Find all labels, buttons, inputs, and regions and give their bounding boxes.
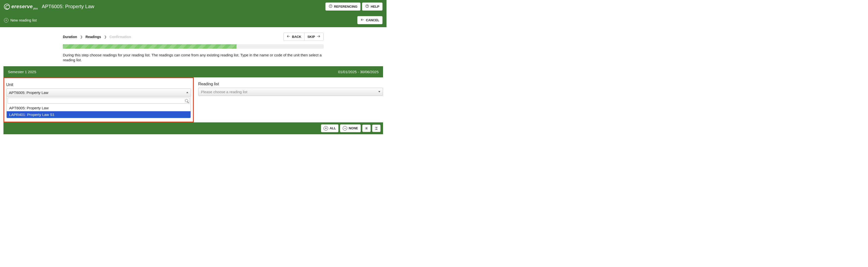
arrow-left-icon (286, 34, 290, 39)
expand-icon (374, 126, 378, 130)
info-icon (329, 4, 333, 9)
chevron-up-icon (186, 92, 188, 93)
chevron-right-icon: ❯ (80, 35, 83, 39)
help-icon (365, 4, 369, 9)
reading-list-placeholder: Please choose a reading list (201, 90, 247, 94)
sub-header: + New reading list CANCEL (0, 13, 386, 27)
footer-bar: + ALL − NONE (3, 122, 383, 134)
unit-dropdown-panel: APT6005: Property Law LAPR401: Property … (6, 97, 191, 118)
minus-icon: − (343, 126, 347, 131)
crumb-readings: Readings (86, 35, 101, 39)
select-all-button[interactable]: + ALL (321, 124, 339, 132)
form-area: Unit APT6005: Property Law APT6005: Prop… (0, 77, 386, 122)
progress-fill (63, 44, 237, 49)
back-button[interactable]: BACK (284, 33, 304, 40)
semester-name: Semester 1 2025 (8, 70, 36, 74)
semester-range: 01/01/2025 - 30/06/2025 (338, 70, 379, 74)
expand-all-button[interactable] (372, 125, 380, 132)
none-label: NONE (349, 126, 358, 130)
reading-list-field-container: Reading list Please choose a reading lis… (194, 77, 383, 122)
top-header: ereserve plus APT6005: Property Law REFE… (0, 0, 386, 13)
unit-search-input[interactable] (8, 98, 189, 104)
svg-point-2 (330, 5, 331, 5)
collapse-all-button[interactable] (362, 125, 371, 132)
all-label: ALL (330, 126, 336, 130)
progress-bar (63, 44, 323, 49)
wizard-buttons: BACK SKIP (283, 33, 323, 41)
referencing-button[interactable]: REFERENCING (326, 2, 361, 11)
plus-icon: + (323, 126, 328, 131)
unit-field-container: Unit APT6005: Property Law APT6005: Prop… (3, 77, 194, 122)
wizard-area: Duration ❯ Readings ❯ Confirmation BACK … (63, 27, 323, 66)
unit-label: Unit (6, 82, 191, 87)
plus-icon: + (4, 18, 8, 23)
skip-button[interactable]: SKIP (304, 33, 323, 40)
ereserve-logo: ereserve plus (4, 4, 39, 10)
crumb-confirmation: Confirmation (110, 35, 131, 39)
semester-bar: Semester 1 2025 01/01/2025 - 30/06/2025 (3, 66, 383, 77)
logo-swirl-icon (4, 4, 10, 10)
logo-plus: plus (33, 7, 38, 10)
header-left: ereserve plus APT6005: Property Law (4, 4, 94, 10)
page-title: APT6005: Property Law (42, 4, 94, 9)
chevron-right-icon: ❯ (104, 35, 106, 39)
breadcrumb: Duration ❯ Readings ❯ Confirmation (63, 35, 131, 39)
unit-option[interactable]: LAPR401: Property Law S1 (7, 111, 190, 118)
chevron-down-icon (378, 91, 380, 93)
header-right: REFERENCING HELP (326, 2, 382, 11)
help-button[interactable]: HELP (362, 2, 382, 11)
new-reading-list-breadcrumb[interactable]: + New reading list (4, 18, 37, 23)
arrow-left-icon (361, 18, 365, 23)
skip-label: SKIP (308, 35, 315, 39)
select-none-button[interactable]: − NONE (340, 124, 361, 132)
wizard-top: Duration ❯ Readings ❯ Confirmation BACK … (63, 33, 323, 44)
unit-select[interactable]: APT6005: Property Law (6, 89, 191, 97)
search-icon (185, 99, 188, 102)
wizard-instructions: During this step choose readings for you… (63, 49, 323, 63)
collapse-icon (365, 126, 368, 130)
cancel-label: CANCEL (366, 18, 379, 22)
reading-list-label: Reading list (198, 82, 383, 86)
help-label: HELP (371, 5, 379, 8)
arrow-right-icon (316, 34, 320, 39)
crumb-duration[interactable]: Duration (63, 35, 77, 39)
logo-text: ereserve (11, 4, 33, 9)
reading-list-select[interactable]: Please choose a reading list (198, 88, 383, 96)
back-label: BACK (292, 35, 301, 39)
unit-selected-value: APT6005: Property Law (9, 91, 48, 95)
new-reading-list-label: New reading list (10, 18, 37, 22)
unit-option[interactable]: APT6005: Property Law (7, 105, 190, 111)
cancel-button[interactable]: CANCEL (357, 16, 382, 24)
unit-search-wrap (7, 97, 190, 105)
referencing-label: REFERENCING (334, 5, 358, 8)
